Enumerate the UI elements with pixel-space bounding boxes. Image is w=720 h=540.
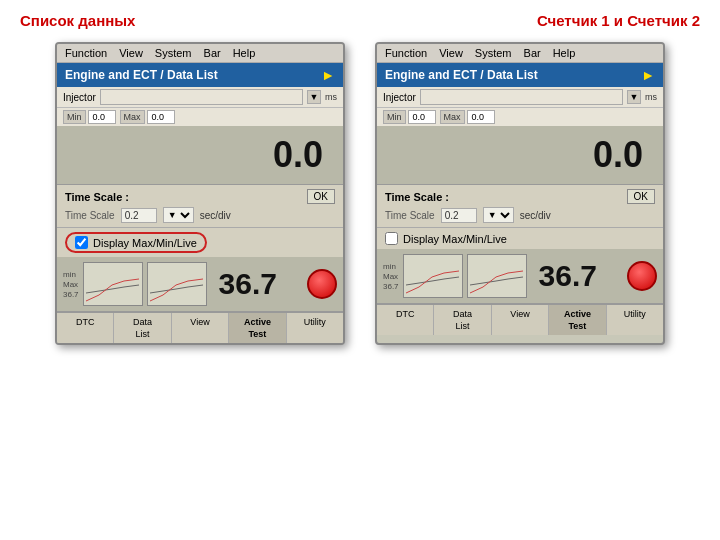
device-2: Function View System Bar Help Engine and… <box>375 42 665 345</box>
device2-graph-area: min Max 36.7 36.7 <box>377 249 663 304</box>
device1-tab-datalist[interactable]: DataList <box>114 313 171 343</box>
device1-timescale-section: Time Scale : OK Time Scale ▼ sec/div <box>57 185 343 228</box>
device1-graph-area: min Max 36.7 36.7 <box>57 257 343 312</box>
device1-display-row: Display Max/Min/Live <box>57 228 343 257</box>
device1-graph-max-val: 36.7 <box>63 290 79 299</box>
device2-max-label: Max <box>440 110 465 124</box>
menu-help-2[interactable]: Help <box>553 47 576 59</box>
device1-display-label: Display Max/Min/Live <box>93 237 197 249</box>
device2-graph-thumb-1 <box>403 254 463 298</box>
device1-timescale-title: Time Scale : <box>65 191 129 203</box>
device2-unit: ms <box>645 92 657 102</box>
device1-menu-bar: Function View System Bar Help <box>57 44 343 63</box>
header-left: Список данных <box>20 12 135 29</box>
device1-graph-thumb-1 <box>83 262 143 306</box>
device2-timescale-title: Time Scale : <box>385 191 449 203</box>
device1-graph-min-label: min <box>63 270 79 279</box>
device1-big-value-area: 0.0 <box>57 126 343 185</box>
device2-tab-datalist[interactable]: DataList <box>434 305 491 335</box>
menu-function-2[interactable]: Function <box>385 47 427 59</box>
device1-record-button[interactable] <box>307 269 337 299</box>
device1-unit: ms <box>325 92 337 102</box>
device1-timescale-unit: sec/div <box>200 210 231 221</box>
device2-display-row: Display Max/Min/Live <box>377 228 663 249</box>
device2-big-value2: 36.7 <box>539 259 597 293</box>
menu-bar-1[interactable]: Bar <box>204 47 221 59</box>
device1-min-label: Min <box>63 110 86 124</box>
menu-system-2[interactable]: System <box>475 47 512 59</box>
menu-view-2[interactable]: View <box>439 47 463 59</box>
device2-tab-utility[interactable]: Utility <box>607 305 663 335</box>
device1-max-val: 0.0 <box>147 110 175 124</box>
device1-arrow-icon: ► <box>321 67 335 83</box>
device2-injector-dropdown[interactable]: ▼ <box>627 90 641 104</box>
header-right: Счетчик 1 и Счетчик 2 <box>537 12 700 29</box>
device2-minmax-row: Min 0.0 Max 0.0 <box>377 108 663 126</box>
device2-timescale-field-label: Time Scale <box>385 210 435 221</box>
device2-timescale-input[interactable] <box>441 208 477 223</box>
device1-min-val: 0.0 <box>88 110 116 124</box>
device2-injector-row: Injector ▼ ms <box>377 87 663 108</box>
device1-timescale-select[interactable]: ▼ <box>163 207 194 223</box>
device2-menu-bar: Function View System Bar Help <box>377 44 663 63</box>
device2-title: Engine and ECT / Data List <box>385 68 538 82</box>
device1-minmax-row: Min 0.0 Max 0.0 <box>57 108 343 126</box>
menu-view-1[interactable]: View <box>119 47 143 59</box>
device1-max-label: Max <box>120 110 145 124</box>
device2-graph-min-label: min <box>383 262 399 271</box>
device1-graph-thumb-2 <box>147 262 207 306</box>
device1-timescale-field-label: Time Scale <box>65 210 115 221</box>
menu-help-1[interactable]: Help <box>233 47 256 59</box>
device2-arrow-icon: ► <box>641 67 655 83</box>
menu-function-1[interactable]: Function <box>65 47 107 59</box>
device2-display-checkbox[interactable] <box>385 232 398 245</box>
device2-tab-dtc[interactable]: DTC <box>377 305 434 335</box>
device2-timescale-section: Time Scale : OK Time Scale ▼ sec/div <box>377 185 663 228</box>
device1-injector-row: Injector ▼ ms <box>57 87 343 108</box>
device1-injector-label: Injector <box>63 92 96 103</box>
device2-tab-activetest[interactable]: ActiveTest <box>549 305 606 335</box>
device1-ok-button[interactable]: OK <box>307 189 335 204</box>
device2-graph-max-label: Max <box>383 272 399 281</box>
device2-ok-button[interactable]: OK <box>627 189 655 204</box>
device2-min-val: 0.0 <box>408 110 436 124</box>
device1-timescale-input[interactable] <box>121 208 157 223</box>
device2-injector-label: Injector <box>383 92 416 103</box>
device1-title-bar: Engine and ECT / Data List ► <box>57 63 343 87</box>
device2-big-value: 0.0 <box>593 134 643 176</box>
device1-display-checkbox[interactable] <box>75 236 88 249</box>
device1-big-value: 0.0 <box>273 134 323 176</box>
device2-timescale-unit: sec/div <box>520 210 551 221</box>
menu-bar-2[interactable]: Bar <box>524 47 541 59</box>
device2-min-label: Min <box>383 110 406 124</box>
device2-max-val: 0.0 <box>467 110 495 124</box>
device2-graph-max-val: 36.7 <box>383 282 399 291</box>
device1-graph-max-label: Max <box>63 280 79 289</box>
device2-timescale-select[interactable]: ▼ <box>483 207 514 223</box>
device1-tab-view[interactable]: View <box>172 313 229 343</box>
device1-injector-dropdown[interactable]: ▼ <box>307 90 321 104</box>
device2-tab-view[interactable]: View <box>492 305 549 335</box>
device1-tab-activetest[interactable]: ActiveTest <box>229 313 286 343</box>
page-header: Список данных Счетчик 1 и Счетчик 2 <box>0 0 720 37</box>
device2-big-value-area: 0.0 <box>377 126 663 185</box>
device2-record-button[interactable] <box>627 261 657 291</box>
device2-title-bar: Engine and ECT / Data List ► <box>377 63 663 87</box>
device1-oval-highlight: Display Max/Min/Live <box>65 232 207 253</box>
device1-big-value2: 36.7 <box>219 267 277 301</box>
device2-tab-bar: DTC DataList View ActiveTest Utility <box>377 304 663 335</box>
device1-tab-dtc[interactable]: DTC <box>57 313 114 343</box>
device2-display-label: Display Max/Min/Live <box>403 233 507 245</box>
device1-tab-bar: DTC DataList View ActiveTest Utility <box>57 312 343 343</box>
devices-container: Function View System Bar Help Engine and… <box>0 42 720 345</box>
device-1: Function View System Bar Help Engine and… <box>55 42 345 345</box>
device1-title: Engine and ECT / Data List <box>65 68 218 82</box>
menu-system-1[interactable]: System <box>155 47 192 59</box>
device2-graph-thumb-2 <box>467 254 527 298</box>
device1-tab-utility[interactable]: Utility <box>287 313 343 343</box>
